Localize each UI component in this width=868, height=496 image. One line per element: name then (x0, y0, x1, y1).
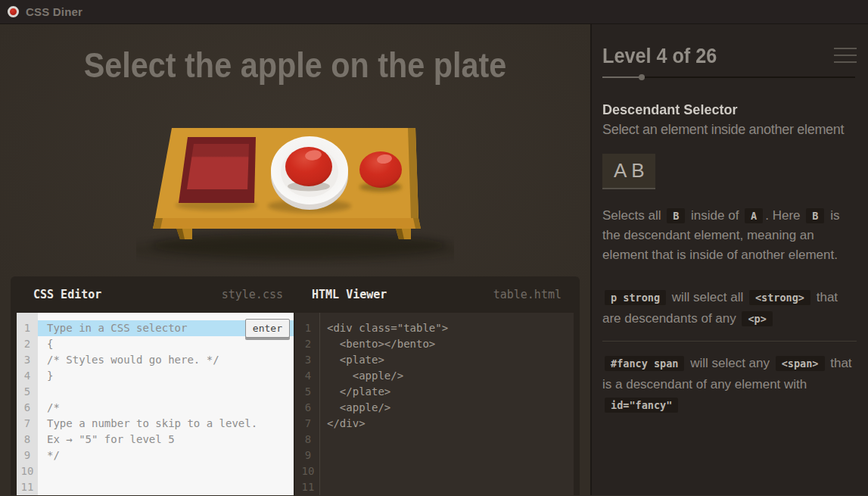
example-item: #fancy span will select any <span> that … (602, 341, 857, 427)
lesson-subtitle: Select an element inside another element (602, 122, 857, 138)
code-text: </div> (321, 416, 574, 432)
hamburger-menu-icon[interactable] (834, 44, 857, 68)
code-text (38, 479, 294, 495)
line-number: 8 (17, 432, 38, 448)
code-text: Type a number to skip to a level. (38, 416, 294, 432)
top-bar: CSS Diner (0, 0, 868, 24)
code-line: 2 <bento></bento> (295, 336, 574, 352)
code-text (321, 448, 574, 463)
html-viewer-header: HTML Viewer table.html (295, 276, 574, 313)
code-line: 5 (17, 384, 294, 400)
line-number: 4 (17, 368, 38, 384)
line-number: 11 (295, 479, 321, 495)
text-segment: will select all (668, 290, 747, 304)
main-area: Select the apple on the plate (0, 24, 590, 495)
code-line: 8 (295, 432, 574, 448)
code-text: <bento></bento> (321, 336, 574, 352)
code-line: 3/* Styles would go here. */ (17, 352, 294, 368)
apple-on-plate-item[interactable] (285, 147, 332, 192)
code-text: /* Styles would go here. */ (38, 352, 294, 368)
inline-code: id="fancy" (605, 398, 678, 413)
line-number: 3 (295, 352, 321, 368)
text-segment: Selects all (602, 208, 664, 223)
inline-code: <span> (776, 356, 825, 371)
code-text: */ (38, 448, 294, 463)
line-number: 2 (295, 336, 321, 352)
code-text: </plate> (321, 384, 574, 400)
line-number: 11 (17, 479, 38, 495)
table-front (153, 218, 421, 229)
line-number: 3 (17, 352, 38, 368)
css-selector-input[interactable]: Type in a CSS selectorenter (38, 320, 294, 336)
text-segment: will select any (686, 356, 773, 370)
code-text: { (38, 336, 294, 352)
app-title: CSS Diner (26, 5, 82, 18)
level-label: Level 4 of 26 (602, 44, 717, 68)
line-number: 8 (295, 432, 321, 448)
code-line: 4 <apple/> (295, 368, 574, 384)
level-row: Level 4 of 26 (602, 44, 857, 68)
code-line: 5 </plate> (295, 384, 574, 400)
code-line: 1Type in a CSS selectorenter (17, 320, 294, 336)
code-line: 9*/ (17, 448, 294, 463)
bento-item[interactable] (179, 137, 256, 203)
code-text (321, 463, 574, 479)
code-text (38, 463, 294, 479)
line-number: 9 (295, 448, 321, 463)
line-number: 6 (295, 400, 321, 416)
line-number: 4 (295, 368, 321, 384)
code-line: 1<div class="table"> (295, 320, 574, 336)
code-text: /* (38, 400, 294, 416)
code-text (321, 432, 574, 448)
html-viewer-title: HTML Viewer (312, 288, 387, 301)
editor-body: 1Type in a CSS selectorenter2{3/* Styles… (17, 313, 574, 495)
line-number: 6 (17, 400, 38, 416)
code-text: <apple/> (321, 368, 574, 384)
code-line: 10 (295, 463, 574, 479)
text-segment: inside of (687, 208, 742, 223)
code-text: <apple/> (321, 400, 574, 416)
text-segment: . Here (765, 208, 804, 223)
line-number: 7 (17, 416, 38, 432)
code-line: 7Type a number to skip to a level. (17, 416, 294, 432)
code-text: <plate> (321, 352, 574, 368)
inline-code: A (745, 208, 763, 223)
sidebar: Level 4 of 26 Descendant Selector Select… (590, 24, 868, 495)
inline-code: #fancy span (605, 356, 684, 371)
code-line: 11 (295, 479, 574, 495)
line-number: 10 (295, 463, 321, 479)
inline-code: <p> (742, 311, 772, 326)
css-editor-pane[interactable]: 1Type in a CSS selectorenter2{3/* Styles… (17, 313, 294, 495)
content: Select the apple on the plate (0, 24, 868, 495)
code-line: 11 (17, 479, 294, 495)
line-number: 10 (17, 463, 38, 479)
code-line: 8Ex → "5" for level 5 (17, 432, 294, 448)
css-editor-title: CSS Editor (33, 288, 101, 301)
inline-code: <strong> (749, 290, 810, 305)
examples-list: p strong will select all <strong> that a… (602, 276, 857, 427)
apple-item[interactable] (359, 151, 402, 192)
code-text: } (38, 368, 294, 384)
table-graphic (136, 105, 454, 267)
css-editor-filename: style.css (222, 288, 283, 301)
line-number: 1 (17, 320, 38, 336)
editor-panel: CSS Editor style.css HTML Viewer table.h… (11, 276, 580, 495)
code-line: 7</div> (295, 416, 574, 432)
line-number: 5 (17, 384, 38, 400)
css-editor-lines: 1Type in a CSS selectorenter2{3/* Styles… (17, 313, 294, 495)
html-viewer-pane: 1<div class="table">2 <bento></bento>3 <… (295, 313, 574, 495)
code-line: 4} (17, 368, 294, 384)
css-editor-header: CSS Editor style.css (17, 276, 295, 313)
selector-syntax-box: A B (602, 154, 655, 189)
code-line: 6/* (17, 400, 294, 416)
code-text: Ex → "5" for level 5 (38, 432, 294, 448)
css-diner-logo-icon (8, 6, 19, 17)
progress-bar (602, 74, 857, 80)
enter-button[interactable]: enter (245, 319, 290, 338)
line-number: 7 (295, 416, 321, 432)
code-text (38, 384, 294, 400)
code-line: 10 (17, 463, 294, 479)
code-line: 9 (295, 448, 574, 463)
html-viewer-lines: 1<div class="table">2 <bento></bento>3 <… (295, 313, 574, 495)
inline-code: B (806, 208, 824, 223)
